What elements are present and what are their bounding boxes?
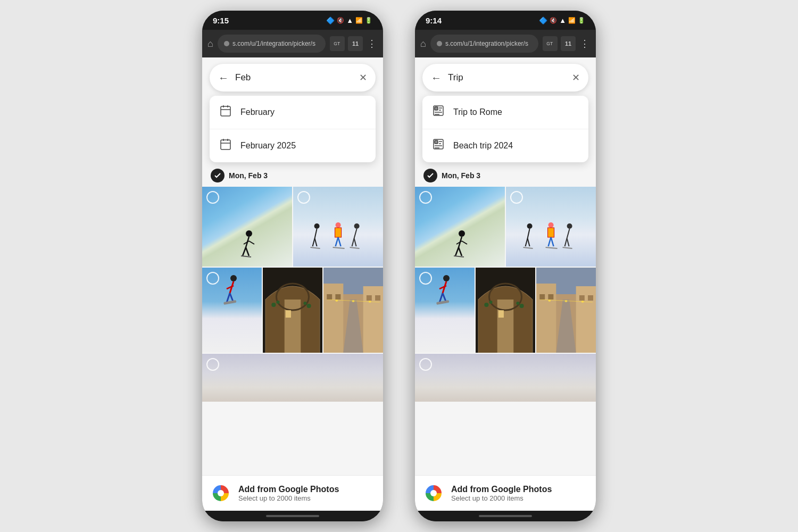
date-check-icon-right[interactable] [423,169,437,182]
bluetooth-icon-right: 🔷 [539,16,547,24]
browser-url-text-right: s.com/u/1/integration/picker/s [445,40,528,47]
browser-more-icon-right[interactable]: ⋮ [579,38,591,49]
album-icon-0-right [432,104,445,120]
tab-count-icon-right[interactable]: 11 [561,36,576,51]
select-circle-3-left[interactable] [206,272,219,285]
svg-rect-39 [223,300,237,305]
svg-line-15 [243,247,246,256]
svg-point-75 [459,230,465,237]
dropdown-text-1-right: Beach trip 2024 [453,141,513,151]
cta-subtitle-left: Select up to 2000 items [238,494,339,502]
battery-icon-right: 🔋 [578,17,585,24]
select-circle-2-left[interactable] [297,191,310,204]
photo-row-2-left [202,268,383,353]
browser-url-bar-left[interactable]: s.com/u/1/integration/picker/s [218,35,326,53]
svg-point-125 [430,490,437,496]
photo-cell-arch-left[interactable] [263,268,322,353]
svg-point-34 [230,275,237,281]
search-input-left[interactable]: Feb [235,72,353,83]
svg-line-84 [525,238,527,246]
browser-url-bar-right[interactable]: s.com/u/1/integration/picker/s [430,35,538,53]
svg-point-108 [484,303,488,307]
select-circle-2-right[interactable] [510,191,523,204]
svg-point-118 [548,300,551,302]
svg-point-27 [354,223,359,229]
calendar-icon-1-left [219,138,232,154]
svg-rect-57 [327,294,332,300]
svg-line-28 [354,229,356,238]
dropdown-text-0-left: February [240,107,275,117]
svg-rect-122 [548,294,553,300]
search-input-right[interactable]: Trip [448,72,566,83]
svg-point-54 [335,300,338,302]
google-photos-logo-left [211,483,231,503]
browser-more-icon-left[interactable]: ⋮ [366,38,378,49]
browser-home-icon-left[interactable]: ⌂ [207,38,213,49]
svg-point-44 [271,303,276,307]
dropdown-item-1-left[interactable]: February 2025 [210,129,376,162]
translate-icon-left[interactable]: GT [330,36,345,51]
svg-line-95 [523,247,533,248]
search-back-icon-left[interactable]: ← [218,72,229,84]
search-container-right[interactable]: ← Trip ✕ [422,64,588,92]
url-security-dot-right [437,41,442,46]
signal-icon-left: 📶 [355,17,363,24]
select-circle-1-left[interactable] [206,191,219,204]
select-circle-3-right[interactable] [419,272,432,285]
photo-row-1-left [202,187,383,267]
browser-url-text-left: s.com/u/1/integration/picker/s [232,40,315,47]
svg-line-33 [350,247,359,248]
status-bar-left: 9:15 🔷 🔇 ▲ 📶 🔋 [202,11,383,30]
svg-line-90 [551,237,553,246]
svg-line-21 [314,238,317,246]
bottom-cta-left[interactable]: Add from Google Photos Select up to 2000… [202,475,383,511]
signal-icon-right: 📶 [568,17,576,24]
search-container-left[interactable]: ← Feb ✕ [210,64,376,92]
calendar-icon-0-left [219,104,232,120]
dropdown-item-0-right[interactable]: Trip to Rome [422,96,588,129]
photo-cell-partial-left[interactable] [202,354,383,402]
tab-count-right: 11 [565,40,571,47]
photo-cell-ski-solo-left[interactable] [202,187,292,267]
search-clear-icon-right[interactable]: ✕ [572,72,580,84]
photo-cell-ski-solo-right[interactable] [415,187,505,267]
svg-rect-121 [539,294,545,300]
tab-count-icon-left[interactable]: 11 [348,36,363,51]
svg-rect-50 [323,284,343,353]
svg-rect-41 [285,300,301,353]
date-text-right: Mon, Feb 3 [442,171,480,180]
status-icons-right: 🔷 🔇 ▲ 📶 🔋 [539,16,585,24]
photo-cell-arch-right[interactable] [476,268,535,353]
svg-point-109 [489,301,492,304]
dropdown-item-0-left[interactable]: February [210,96,376,129]
svg-point-86 [548,222,553,228]
svg-line-25 [335,237,338,246]
select-circle-6-left[interactable] [206,358,219,371]
status-icons-left: 🔷 🔇 ▲ 📶 🔋 [326,16,372,24]
svg-rect-1 [221,106,230,116]
svg-line-79 [455,247,459,256]
photo-cell-snowboard-left[interactable] [202,268,262,353]
photo-cell-ski-group-right[interactable] [506,187,596,267]
select-circle-1-right[interactable] [419,191,432,204]
phone-content-right: ← Trip ✕ [415,57,596,511]
dropdown-item-1-right[interactable]: Beach trip 2024 [422,129,588,162]
search-clear-icon-left[interactable]: ✕ [359,72,367,84]
browser-home-icon-right[interactable]: ⌂ [420,38,426,49]
photo-cell-ski-group-left[interactable] [293,187,383,267]
photo-cell-street-left[interactable] [323,268,383,353]
photo-cell-street-right[interactable] [536,268,596,353]
date-check-icon-left[interactable] [211,169,225,182]
select-circle-6-right[interactable] [419,358,432,371]
wifi-icon-left: ▲ [346,16,353,24]
svg-line-92 [567,229,569,238]
photo-cell-partial-right[interactable] [415,354,596,402]
bottom-cta-right[interactable]: Add from Google Photos Select up to 2000… [415,475,596,511]
translate-icon-right[interactable]: GT [543,36,558,51]
photo-cell-snowboard-right[interactable] [415,268,475,353]
search-back-icon-right[interactable]: ← [431,72,442,84]
svg-text:GT: GT [546,41,553,46]
svg-line-14 [249,241,254,244]
svg-point-47 [303,302,306,305]
svg-line-83 [527,229,529,238]
